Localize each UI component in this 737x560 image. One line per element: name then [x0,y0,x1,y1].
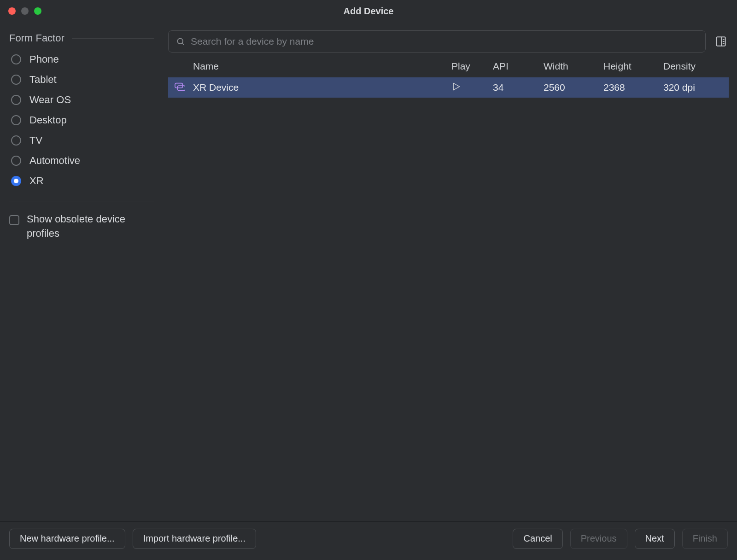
divider [72,38,154,39]
th-play[interactable]: Play [449,61,490,72]
form-factor-xr[interactable]: XR [9,172,154,190]
form-factor-wearos[interactable]: Wear OS [9,91,154,109]
radio-icon [11,54,21,64]
svg-marker-9 [453,83,459,90]
play-store-icon [451,82,461,91]
finish-button[interactable]: Finish [682,529,728,549]
th-density[interactable]: Density [661,61,725,72]
radio-icon [11,176,21,186]
new-hardware-profile-button[interactable]: New hardware profile... [9,529,125,549]
titlebar: Add Device [0,0,737,22]
next-button[interactable]: Next [635,529,675,549]
window-title: Add Device [0,6,737,17]
show-obsolete-checkbox[interactable]: Show obsolete device profiles [9,212,154,241]
sidebar-section-header: Form Factor [9,32,154,44]
radio-icon [11,135,21,146]
device-table: Name Play API Width Height Density [168,55,729,521]
form-factor-title: Form Factor [9,32,64,44]
radio-icon [11,115,21,125]
th-name[interactable]: Name [193,61,449,72]
radio-icon [11,75,21,85]
sidebar: Form Factor Phone Tablet Wear OS [0,22,164,521]
form-factor-automotive[interactable]: Automotive [9,152,154,169]
checkbox-icon [9,215,19,225]
th-height[interactable]: Height [601,61,661,72]
form-factor-label: Wear OS [29,94,71,106]
form-factor-tv[interactable]: TV [9,132,154,149]
body-area: Form Factor Phone Tablet Wear OS [0,22,737,521]
show-obsolete-label: Show obsolete device profiles [27,212,142,241]
form-factor-label: Tablet [29,74,57,86]
form-factor-label: Phone [29,53,59,65]
search-row [168,30,729,52]
main: Name Play API Width Height Density [164,22,737,521]
form-factor-list: Phone Tablet Wear OS Desktop TV [9,51,154,190]
td-width: 2560 [541,82,601,93]
th-api[interactable]: API [490,61,541,72]
xr-device-icon [175,82,185,91]
cancel-button[interactable]: Cancel [513,529,562,549]
footer: New hardware profile... Import hardware … [0,521,737,560]
search-field[interactable] [168,30,706,52]
form-factor-label: Automotive [29,155,80,167]
form-factor-tablet[interactable]: Tablet [9,71,154,88]
td-api: 34 [490,82,541,93]
svg-line-1 [182,43,184,45]
form-factor-phone[interactable]: Phone [9,51,154,68]
window: Add Device Form Factor Phone Tablet Wear [0,0,737,560]
import-hardware-profile-button[interactable]: Import hardware profile... [133,529,256,549]
svg-point-0 [177,38,183,44]
td-play [449,82,490,93]
td-density: 320 dpi [661,82,725,93]
divider [9,202,154,202]
search-input[interactable] [191,36,698,47]
th-width[interactable]: Width [541,61,601,72]
td-height: 2368 [601,82,661,93]
radio-icon [11,156,21,166]
radio-icon [11,95,21,105]
form-factor-desktop[interactable]: Desktop [9,111,154,129]
table-header: Name Play API Width Height Density [168,55,729,77]
form-factor-label: TV [29,134,42,146]
td-name: XR Device [193,82,449,93]
search-icon [176,37,185,46]
td-icon-cell [172,82,193,93]
device-name: XR Device [193,82,239,93]
form-factor-label: Desktop [29,114,67,126]
previous-button[interactable]: Previous [570,529,627,549]
details-pane-toggle-icon[interactable] [713,34,729,49]
form-factor-label: XR [29,175,44,187]
table-row[interactable]: XR Device 34 2560 2368 320 dpi [168,77,729,98]
